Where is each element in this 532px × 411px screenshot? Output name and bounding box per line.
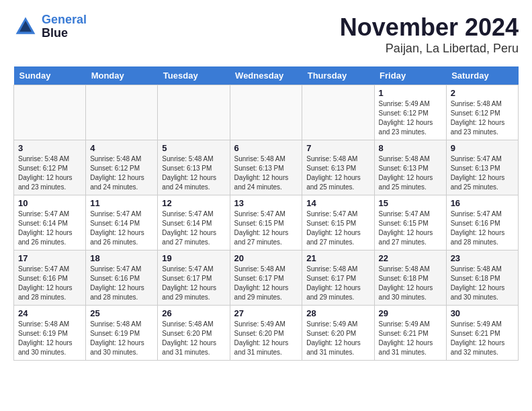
logo-icon — [13, 15, 38, 39]
day-cell: 29 Sunrise: 5:49 AMSunset: 6:21 PMDaylig… — [374, 306, 446, 361]
day-info: Sunrise: 5:48 AMSunset: 6:20 PMDaylight:… — [162, 320, 216, 356]
header-sunday: Sunday — [14, 66, 86, 85]
day-info: Sunrise: 5:49 AMSunset: 6:21 PMDaylight:… — [379, 320, 433, 356]
day-cell: 8 Sunrise: 5:48 AMSunset: 6:13 PMDayligh… — [374, 140, 446, 195]
day-number: 3 — [18, 143, 81, 153]
day-cell: 18 Sunrise: 5:47 AMSunset: 6:16 PMDaylig… — [86, 250, 158, 306]
day-cell: 12 Sunrise: 5:47 AMSunset: 6:14 PMDaylig… — [158, 195, 230, 250]
day-cell: 27 Sunrise: 5:49 AMSunset: 6:20 PMDaylig… — [230, 306, 302, 361]
day-number: 11 — [90, 198, 153, 208]
day-number: 29 — [379, 308, 442, 318]
day-info: Sunrise: 5:47 AMSunset: 6:16 PMDaylight:… — [90, 265, 144, 301]
day-number: 27 — [234, 308, 298, 318]
day-info: Sunrise: 5:48 AMSunset: 6:12 PMDaylight:… — [18, 155, 73, 191]
page-header: General Blue November 2024 Paijan, La Li… — [13, 13, 519, 56]
month-title: November 2024 — [340, 13, 519, 42]
logo: General Blue — [13, 13, 87, 40]
logo-text: General Blue — [42, 13, 87, 40]
day-number: 1 — [379, 88, 442, 98]
day-info: Sunrise: 5:48 AMSunset: 6:18 PMDaylight:… — [379, 265, 433, 301]
day-info: Sunrise: 5:47 AMSunset: 6:15 PMDaylight:… — [306, 210, 361, 246]
day-number: 24 — [18, 308, 81, 318]
day-cell: 24 Sunrise: 5:48 AMSunset: 6:19 PMDaylig… — [14, 306, 86, 361]
day-info: Sunrise: 5:47 AMSunset: 6:14 PMDaylight:… — [90, 210, 144, 246]
header-tuesday: Tuesday — [158, 66, 230, 85]
day-number: 21 — [306, 253, 369, 263]
day-cell: 21 Sunrise: 5:48 AMSunset: 6:17 PMDaylig… — [302, 250, 374, 306]
day-info: Sunrise: 5:47 AMSunset: 6:14 PMDaylight:… — [162, 210, 216, 246]
day-cell: 26 Sunrise: 5:48 AMSunset: 6:20 PMDaylig… — [158, 306, 230, 361]
day-number: 26 — [162, 308, 225, 318]
day-cell — [158, 85, 230, 140]
day-cell: 14 Sunrise: 5:47 AMSunset: 6:15 PMDaylig… — [302, 195, 374, 250]
day-cell: 22 Sunrise: 5:48 AMSunset: 6:18 PMDaylig… — [374, 250, 446, 306]
calendar-table: Sunday Monday Tuesday Wednesday Thursday… — [13, 66, 519, 361]
day-info: Sunrise: 5:48 AMSunset: 6:12 PMDaylight:… — [90, 155, 144, 191]
day-info: Sunrise: 5:47 AMSunset: 6:14 PMDaylight:… — [18, 210, 73, 246]
header-monday: Monday — [86, 66, 158, 85]
day-info: Sunrise: 5:49 AMSunset: 6:21 PMDaylight:… — [451, 320, 505, 356]
day-number: 9 — [451, 143, 514, 153]
day-number: 25 — [90, 308, 153, 318]
day-info: Sunrise: 5:48 AMSunset: 6:19 PMDaylight:… — [90, 320, 144, 356]
weekday-header-row: Sunday Monday Tuesday Wednesday Thursday… — [14, 66, 519, 85]
day-info: Sunrise: 5:47 AMSunset: 6:15 PMDaylight:… — [234, 210, 289, 246]
day-cell: 4 Sunrise: 5:48 AMSunset: 6:12 PMDayligh… — [86, 140, 158, 195]
day-number: 15 — [379, 198, 442, 208]
day-info: Sunrise: 5:47 AMSunset: 6:13 PMDaylight:… — [451, 155, 505, 191]
day-number: 13 — [234, 198, 298, 208]
header-thursday: Thursday — [302, 66, 374, 85]
day-number: 14 — [306, 198, 369, 208]
day-info: Sunrise: 5:48 AMSunset: 6:18 PMDaylight:… — [451, 265, 505, 301]
day-number: 16 — [451, 198, 514, 208]
week-row-3: 10 Sunrise: 5:47 AMSunset: 6:14 PMDaylig… — [14, 195, 519, 250]
day-info: Sunrise: 5:48 AMSunset: 6:17 PMDaylight:… — [234, 265, 289, 301]
day-cell — [86, 85, 158, 140]
day-cell: 28 Sunrise: 5:49 AMSunset: 6:20 PMDaylig… — [302, 306, 374, 361]
day-cell: 5 Sunrise: 5:48 AMSunset: 6:13 PMDayligh… — [158, 140, 230, 195]
day-cell: 19 Sunrise: 5:47 AMSunset: 6:17 PMDaylig… — [158, 250, 230, 306]
day-cell: 1 Sunrise: 5:49 AMSunset: 6:12 PMDayligh… — [374, 85, 446, 140]
day-number: 7 — [306, 143, 369, 153]
header-friday: Friday — [374, 66, 446, 85]
week-row-4: 17 Sunrise: 5:47 AMSunset: 6:16 PMDaylig… — [14, 250, 519, 306]
day-info: Sunrise: 5:48 AMSunset: 6:13 PMDaylight:… — [306, 155, 361, 191]
day-number: 6 — [234, 143, 298, 153]
week-row-2: 3 Sunrise: 5:48 AMSunset: 6:12 PMDayligh… — [14, 140, 519, 195]
day-number: 10 — [18, 198, 81, 208]
day-number: 18 — [90, 253, 153, 263]
day-number: 4 — [90, 143, 153, 153]
logo-line2: Blue — [42, 27, 87, 40]
week-row-5: 24 Sunrise: 5:48 AMSunset: 6:19 PMDaylig… — [14, 306, 519, 361]
logo-line1: General — [42, 13, 87, 26]
day-number: 23 — [451, 253, 514, 263]
week-row-1: 1 Sunrise: 5:49 AMSunset: 6:12 PMDayligh… — [14, 85, 519, 140]
day-cell: 9 Sunrise: 5:47 AMSunset: 6:13 PMDayligh… — [446, 140, 518, 195]
day-info: Sunrise: 5:49 AMSunset: 6:20 PMDaylight:… — [234, 320, 289, 356]
day-number: 30 — [451, 308, 514, 318]
header-saturday: Saturday — [446, 66, 518, 85]
day-cell: 23 Sunrise: 5:48 AMSunset: 6:18 PMDaylig… — [446, 250, 518, 306]
day-cell: 17 Sunrise: 5:47 AMSunset: 6:16 PMDaylig… — [14, 250, 86, 306]
day-cell: 30 Sunrise: 5:49 AMSunset: 6:21 PMDaylig… — [446, 306, 518, 361]
day-info: Sunrise: 5:48 AMSunset: 6:12 PMDaylight:… — [451, 100, 505, 136]
day-info: Sunrise: 5:49 AMSunset: 6:20 PMDaylight:… — [306, 320, 361, 356]
day-cell: 10 Sunrise: 5:47 AMSunset: 6:14 PMDaylig… — [14, 195, 86, 250]
day-info: Sunrise: 5:48 AMSunset: 6:13 PMDaylight:… — [234, 155, 289, 191]
day-info: Sunrise: 5:48 AMSunset: 6:19 PMDaylight:… — [18, 320, 73, 356]
day-cell — [230, 85, 302, 140]
day-cell: 6 Sunrise: 5:48 AMSunset: 6:13 PMDayligh… — [230, 140, 302, 195]
day-cell: 7 Sunrise: 5:48 AMSunset: 6:13 PMDayligh… — [302, 140, 374, 195]
day-cell: 16 Sunrise: 5:47 AMSunset: 6:16 PMDaylig… — [446, 195, 518, 250]
day-info: Sunrise: 5:47 AMSunset: 6:17 PMDaylight:… — [162, 265, 216, 301]
day-number: 17 — [18, 253, 81, 263]
day-number: 2 — [451, 88, 514, 98]
day-info: Sunrise: 5:48 AMSunset: 6:13 PMDaylight:… — [379, 155, 433, 191]
day-number: 8 — [379, 143, 442, 153]
day-info: Sunrise: 5:47 AMSunset: 6:16 PMDaylight:… — [451, 210, 505, 246]
day-number: 22 — [379, 253, 442, 263]
location-title: Paijan, La Libertad, Peru — [340, 42, 519, 56]
day-number: 20 — [234, 253, 298, 263]
day-info: Sunrise: 5:47 AMSunset: 6:15 PMDaylight:… — [379, 210, 433, 246]
day-cell: 11 Sunrise: 5:47 AMSunset: 6:14 PMDaylig… — [86, 195, 158, 250]
